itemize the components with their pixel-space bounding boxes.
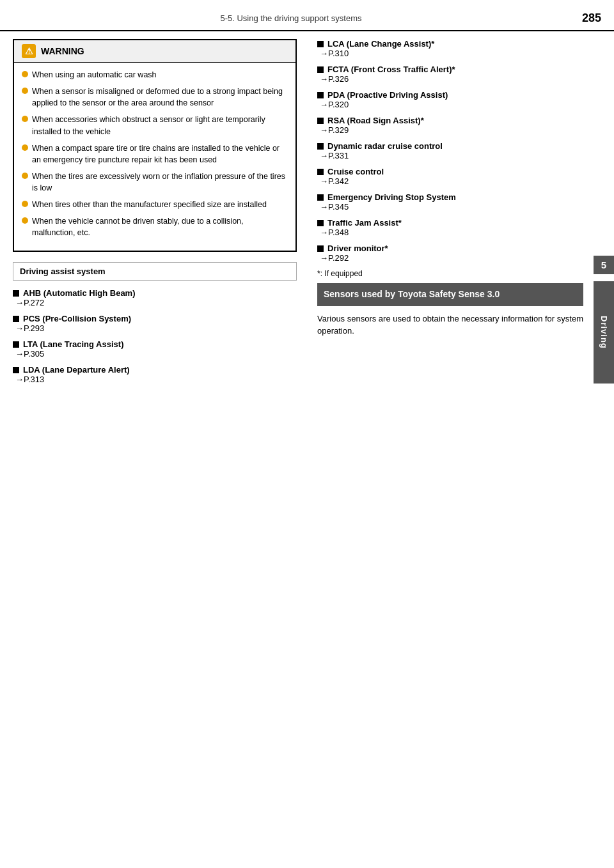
warning-text-2: When a sensor is misaligned or deformed … xyxy=(32,86,288,109)
tja-item: Traffic Jam Assist* →P.348 xyxy=(317,218,583,237)
square-bullet-fcta xyxy=(317,66,324,73)
pda-ref: →P.320 xyxy=(320,100,583,109)
chapter-number: 5 xyxy=(594,256,614,274)
cc-item: Cruise control →P.342 xyxy=(317,167,583,186)
warning-text-7: When the vehicle cannot be driven stably… xyxy=(32,215,288,238)
sensors-description: Various sensors are used to obtain the n… xyxy=(317,313,583,337)
warning-text-1: When using an automatic car wash xyxy=(32,69,157,81)
bullet-icon-6 xyxy=(22,201,28,207)
main-content: ⚠ WARNING When using an automatic car wa… xyxy=(0,31,614,868)
bullet-icon-5 xyxy=(22,173,28,179)
sensors-box: Sensors used by Toyota Safety Sense 3.0 xyxy=(317,283,583,306)
warning-item-3: When accessories which obstruct a sensor… xyxy=(22,114,288,137)
warning-item-1: When using an automatic car wash xyxy=(22,69,288,81)
left-column: ⚠ WARNING When using an automatic car wa… xyxy=(0,31,307,868)
dm-item: Driver monitor* →P.292 xyxy=(317,244,583,263)
ahb-ref: →P.272 xyxy=(15,298,297,307)
page-header: 5-5. Using the driving support systems 2… xyxy=(0,0,614,31)
warning-icon: ⚠ xyxy=(22,44,36,58)
fcta-ref: →P.326 xyxy=(320,74,583,84)
page-number: 285 xyxy=(582,12,601,25)
warning-text-3: When accessories which obstruct a sensor… xyxy=(32,114,288,137)
edss-item: Emergency Driving Stop System →P.345 xyxy=(317,192,583,212)
pda-item: PDA (Proactive Driving Assist) →P.320 xyxy=(317,90,583,109)
square-bullet-drcc xyxy=(317,143,324,150)
square-bullet-pcs xyxy=(13,316,19,322)
square-bullet-lta xyxy=(13,341,19,348)
lta-ref: →P.305 xyxy=(15,349,297,359)
warning-header: ⚠ WARNING xyxy=(14,40,295,63)
lta-title: LTA (Lane Tracing Assist) xyxy=(13,339,297,349)
footnote: *: If equipped xyxy=(317,269,583,278)
square-bullet-edss xyxy=(317,194,324,201)
cc-title: Cruise control xyxy=(317,167,583,176)
rsa-item: RSA (Road Sign Assist)* →P.329 xyxy=(317,116,583,135)
tja-ref: →P.348 xyxy=(320,228,583,237)
warning-item-4: When a compact spare tire or tire chains… xyxy=(22,143,288,166)
square-bullet-tja xyxy=(317,220,324,226)
square-bullet-lda xyxy=(13,367,19,373)
bullet-icon-7 xyxy=(22,217,28,224)
lca-ref: →P.310 xyxy=(320,49,583,58)
square-bullet-lca xyxy=(317,41,324,47)
drcc-title: Dynamic radar cruise control xyxy=(317,141,583,151)
bullet-icon-4 xyxy=(22,144,28,151)
fcta-item: FCTA (Front Cross Traffic Alert)* →P.326 xyxy=(317,65,583,84)
bullet-icon-1 xyxy=(22,71,28,77)
right-column: LCA (Lane Change Assist)* →P.310 FCTA (F… xyxy=(307,31,594,868)
warning-item-2: When a sensor is misaligned or deformed … xyxy=(22,86,288,109)
tja-title: Traffic Jam Assist* xyxy=(317,218,583,228)
drcc-item: Dynamic radar cruise control →P.331 xyxy=(317,141,583,160)
rsa-ref: →P.329 xyxy=(320,125,583,135)
square-bullet-cc xyxy=(317,169,324,175)
lda-title: LDA (Lane Departure Alert) xyxy=(13,365,297,375)
lca-title: LCA (Lane Change Assist)* xyxy=(317,39,583,49)
warning-text-6: When tires other than the manufacturer s… xyxy=(32,199,267,210)
warning-item-5: When the tires are excessively worn or t… xyxy=(22,171,288,194)
warning-text-5: When the tires are excessively worn or t… xyxy=(32,171,288,194)
bullet-icon-2 xyxy=(22,88,28,94)
pcs-ref: →P.293 xyxy=(15,323,297,333)
edss-ref: →P.345 xyxy=(320,202,583,212)
drcc-ref: →P.331 xyxy=(320,151,583,160)
ahb-title: AHB (Automatic High Beam) xyxy=(13,288,297,298)
warning-box: ⚠ WARNING When using an automatic car wa… xyxy=(13,39,297,252)
pcs-item: PCS (Pre-Collision System) →P.293 xyxy=(13,314,297,333)
warning-item-7: When the vehicle cannot be driven stably… xyxy=(22,215,288,238)
warning-text-4: When a compact spare tire or tire chains… xyxy=(32,143,288,166)
lca-item: LCA (Lane Change Assist)* →P.310 xyxy=(317,39,583,58)
lta-item: LTA (Lane Tracing Assist) →P.305 xyxy=(13,339,297,359)
square-bullet-pda xyxy=(317,92,324,98)
fcta-title: FCTA (Front Cross Traffic Alert)* xyxy=(317,65,583,74)
square-bullet-ahb xyxy=(13,290,19,297)
edss-title: Emergency Driving Stop System xyxy=(317,192,583,202)
driving-assist-title: Driving assist system xyxy=(20,267,106,276)
lda-item: LDA (Lane Departure Alert) →P.313 xyxy=(13,365,297,384)
bullet-icon-3 xyxy=(22,116,28,122)
page-container: 5-5. Using the driving support systems 2… xyxy=(0,0,614,868)
dm-ref: →P.292 xyxy=(320,253,583,263)
square-bullet-rsa xyxy=(317,118,324,124)
driving-assist-box: Driving assist system xyxy=(13,262,297,281)
lda-ref: →P.313 xyxy=(15,375,297,384)
pda-title: PDA (Proactive Driving Assist) xyxy=(317,90,583,100)
warning-title: WARNING xyxy=(41,46,84,56)
sensors-title: Sensors used by Toyota Safety Sense 3.0 xyxy=(324,289,500,299)
section-title: 5-5. Using the driving support systems xyxy=(13,13,569,23)
sidebar-tab: Driving xyxy=(594,281,614,384)
dm-title: Driver monitor* xyxy=(317,244,583,253)
rsa-title: RSA (Road Sign Assist)* xyxy=(317,116,583,125)
square-bullet-dm xyxy=(317,245,324,252)
pcs-title: PCS (Pre-Collision System) xyxy=(13,314,297,323)
ahb-item: AHB (Automatic High Beam) →P.272 xyxy=(13,288,297,307)
cc-ref: →P.342 xyxy=(320,176,583,186)
warning-item-6: When tires other than the manufacturer s… xyxy=(22,199,288,210)
